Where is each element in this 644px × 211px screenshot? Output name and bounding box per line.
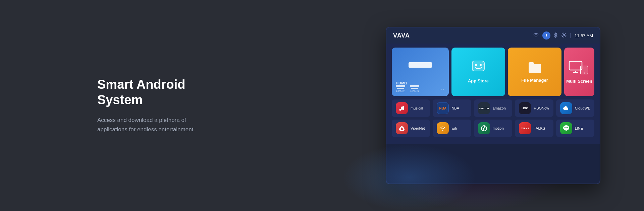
line-app[interactable]: LINE (556, 120, 594, 137)
top-tiles-row: HDMI1 HDMI2 HDMI3 (392, 48, 594, 96)
multi-screen-icon (569, 60, 590, 76)
left-section: Smart Android System Access and download… (0, 77, 215, 134)
hdmi-device-icon (409, 62, 432, 68)
hdmi-tile[interactable]: HDMI1 HDMI2 HDMI3 (392, 48, 449, 96)
hdmi3-sub[interactable]: HDMI3 (410, 85, 419, 93)
wifi-app-icon (437, 122, 449, 134)
main-description: Access and download a plethora ofapplica… (97, 116, 215, 134)
wifi-app[interactable]: wifi (433, 120, 471, 137)
vipernet-icon (396, 122, 408, 134)
musical-label: musical (411, 106, 423, 110)
app-row-1: musical NBA NBA amazon amazon HB (392, 99, 594, 117)
hdmi2-sub[interactable]: HDMI2 (396, 85, 405, 93)
tv-topbar: VAVA (386, 27, 600, 44)
nba-label: NBA (451, 106, 459, 110)
hdmi-bottom: HDMI2 HDMI3 ··· (396, 85, 445, 93)
bluetooth-status-icon (554, 32, 558, 39)
main-title: Smart Android System (97, 77, 215, 108)
musical-app[interactable]: musical (392, 99, 430, 117)
talks-app[interactable]: TALKS TALKS (515, 120, 553, 137)
svg-rect-6 (569, 61, 582, 70)
settings-status-icon[interactable] (561, 32, 567, 39)
tv-statusbar: | 11:57 AM (533, 31, 593, 40)
bell-status-icon (542, 31, 550, 40)
line-icon (560, 122, 572, 134)
wifi-status-icon (533, 33, 539, 39)
hdmi3-bar-small (411, 88, 418, 89)
svg-point-3 (480, 64, 482, 66)
file-manager-label: File Manager (521, 78, 548, 83)
app-store-label: App Store (468, 78, 489, 83)
svg-point-13 (402, 109, 404, 110)
app-store-icon: ✦ ✦ (470, 60, 486, 76)
svg-point-11 (584, 73, 585, 74)
tv-screen: VAVA (386, 27, 600, 184)
cloudwb-app[interactable]: CloudWB (556, 99, 594, 117)
motion-icon (478, 122, 490, 134)
motion-app[interactable]: motion (474, 120, 512, 137)
nba-icon: NBA (437, 102, 449, 114)
amazon-app[interactable]: amazon amazon (474, 99, 512, 117)
motion-label: motion (493, 126, 504, 130)
vipernet-app[interactable]: ViperNet (392, 120, 430, 137)
wifi-label: wifi (451, 126, 457, 130)
file-manager-icon (527, 61, 542, 75)
cloudwb-icon (560, 102, 572, 114)
hdmi2-bar (396, 85, 405, 87)
hdmi2-label: HDMI2 (396, 90, 405, 93)
svg-text:✦: ✦ (483, 63, 485, 65)
svg-point-2 (475, 64, 477, 66)
tv-logo: VAVA (393, 32, 410, 39)
cloudwb-label: CloudWB (575, 106, 590, 110)
hbo-icon: HBO (519, 102, 531, 114)
status-divider: | (570, 32, 571, 39)
svg-point-0 (563, 34, 565, 36)
talks-icon: TALKS (519, 122, 531, 134)
app-store-tile[interactable]: ✦ ✦ App Store (451, 48, 505, 96)
amazon-label: amazon (493, 106, 506, 110)
file-manager-tile[interactable]: File Manager (508, 48, 561, 96)
multi-screen-tile[interactable]: Multi Screen (564, 48, 594, 96)
status-time: 11:57 AM (575, 33, 593, 38)
nba-app[interactable]: NBA NBA (433, 99, 471, 117)
svg-point-12 (399, 109, 401, 111)
hdmi2-bar-small (397, 88, 404, 89)
talks-label: TALKS (534, 126, 545, 130)
amazon-icon: amazon (478, 102, 490, 114)
hdmi1-label: HDMI1 (396, 81, 445, 85)
musical-icon (396, 102, 408, 114)
hbonow-label: HBONow (534, 106, 549, 110)
hdmi-dots: ··· (439, 87, 445, 91)
vipernet-label: ViperNet (411, 126, 425, 130)
multi-screen-label: Multi Screen (566, 79, 592, 84)
tv-content: HDMI1 HDMI2 HDMI3 (386, 44, 600, 144)
line-label: LINE (575, 126, 583, 130)
page-wrapper: Smart Android System Access and download… (0, 0, 644, 211)
hdmi3-bar (410, 85, 419, 87)
hbonow-app[interactable]: HBO HBONow (515, 99, 553, 117)
hdmi3-label: HDMI3 (411, 90, 419, 93)
app-row-2: ViperNet wifi (392, 120, 594, 137)
